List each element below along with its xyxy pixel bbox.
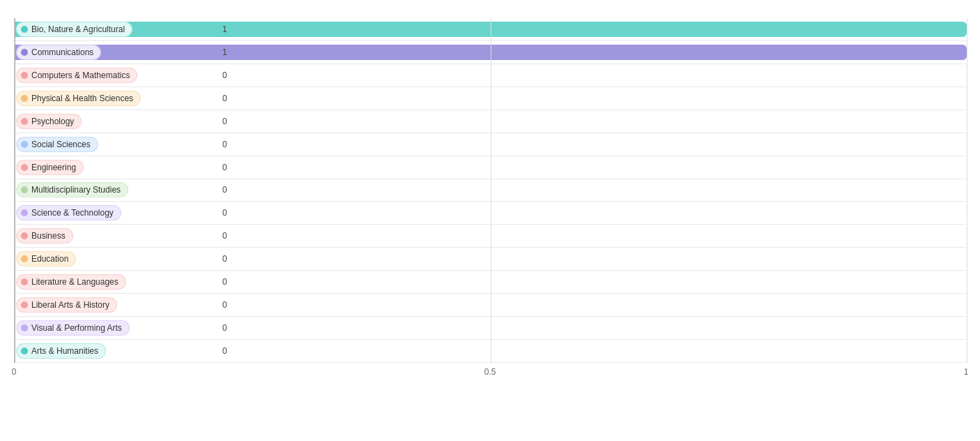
bar-label-text: Psychology bbox=[31, 117, 74, 126]
bar-label-text: Bio, Nature & Agricultural bbox=[31, 24, 125, 34]
grid-line bbox=[491, 18, 491, 363]
bar-label-text: Literature & Languages bbox=[31, 277, 118, 287]
bar-value-label: 1 bbox=[222, 24, 227, 34]
bar-label-pill: Visual & Performing Arts bbox=[16, 320, 130, 336]
bar-value-label: 1 bbox=[222, 47, 227, 57]
pill-dot bbox=[21, 324, 28, 331]
bar-value-label: 0 bbox=[222, 117, 227, 126]
bar-label-text: Science & Technology bbox=[31, 208, 114, 218]
bar-label-pill: Education bbox=[16, 251, 76, 267]
pill-dot bbox=[21, 186, 28, 193]
bar-value-label: 0 bbox=[222, 208, 227, 218]
bar-label-pill: Science & Technology bbox=[16, 205, 121, 221]
bar-label-pill: Arts & Humanities bbox=[16, 343, 106, 359]
bar-label-pill: Engineering bbox=[16, 160, 84, 175]
bar-value-label: 0 bbox=[222, 70, 227, 80]
bar-label-text: Multidisciplinary Studies bbox=[31, 185, 121, 195]
bar-value-label: 0 bbox=[222, 254, 227, 264]
x-axis-label: 0 bbox=[12, 367, 17, 377]
x-axis-label: 0.5 bbox=[484, 367, 496, 377]
bar-label-text: Engineering bbox=[31, 163, 76, 172]
bar-value-label: 0 bbox=[222, 346, 227, 356]
bar-label-text: Arts & Humanities bbox=[31, 346, 98, 356]
pill-dot bbox=[21, 347, 28, 354]
bar-value-label: 0 bbox=[222, 300, 227, 310]
pill-dot bbox=[21, 301, 28, 308]
bar-value-label: 0 bbox=[222, 94, 227, 103]
grid-line bbox=[15, 18, 15, 363]
bar-label-text: Social Sciences bbox=[31, 140, 91, 149]
bar-label-pill: Bio, Nature & Agricultural bbox=[16, 22, 132, 37]
chart-container: Bio, Nature & Agricultural1Communication… bbox=[0, 0, 980, 441]
pill-dot bbox=[21, 209, 28, 216]
bar-value-label: 0 bbox=[222, 277, 227, 287]
pill-dot bbox=[21, 49, 28, 56]
bar-label-pill: Social Sciences bbox=[16, 137, 98, 152]
bar-value-label: 0 bbox=[222, 323, 227, 333]
bar-label-pill: Liberal Arts & History bbox=[16, 297, 117, 313]
pill-dot bbox=[21, 72, 28, 79]
bar-label-pill: Physical & Health Sciences bbox=[16, 91, 141, 106]
pill-dot bbox=[21, 118, 28, 125]
bar-label-pill: Communications bbox=[16, 45, 101, 60]
bar-label-pill: Business bbox=[16, 228, 73, 244]
pill-dot bbox=[21, 255, 28, 262]
bar-label-text: Visual & Performing Arts bbox=[31, 323, 122, 333]
bar-label-text: Business bbox=[31, 231, 66, 241]
chart-area: Bio, Nature & Agricultural1Communication… bbox=[14, 18, 966, 384]
pill-dot bbox=[21, 95, 28, 102]
bar-label-text: Computers & Mathematics bbox=[31, 70, 130, 80]
pill-dot bbox=[21, 278, 28, 285]
bar-label-text: Communications bbox=[31, 47, 93, 57]
bar-value-label: 0 bbox=[222, 231, 227, 241]
bar-label-pill: Multidisciplinary Studies bbox=[16, 182, 128, 197]
bar-value-label: 0 bbox=[222, 140, 227, 149]
x-axis-label: 1 bbox=[964, 367, 969, 377]
grid-line bbox=[967, 18, 967, 363]
bar-value-label: 0 bbox=[222, 185, 227, 195]
bar-label-text: Physical & Health Sciences bbox=[31, 94, 133, 103]
bar-label-pill: Literature & Languages bbox=[16, 274, 126, 290]
bars-container: Bio, Nature & Agricultural1Communication… bbox=[14, 18, 966, 363]
pill-dot bbox=[21, 141, 28, 148]
pill-dot bbox=[21, 164, 28, 171]
bar-value-label: 0 bbox=[222, 163, 227, 172]
pill-dot bbox=[21, 232, 28, 239]
bar-label-pill: Psychology bbox=[16, 114, 82, 129]
x-axis: 00.51 bbox=[14, 363, 966, 384]
bar-label-text: Education bbox=[31, 254, 68, 264]
bar-label-text: Liberal Arts & History bbox=[31, 300, 109, 310]
bar-label-pill: Computers & Mathematics bbox=[16, 68, 137, 83]
pill-dot bbox=[21, 26, 28, 33]
